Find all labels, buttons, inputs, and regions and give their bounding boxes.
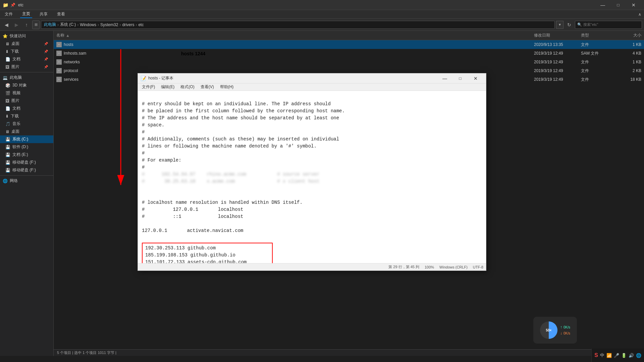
hosts-size: 1 KB	[614, 42, 641, 47]
breadcrumb-drivers[interactable]: drivers	[122, 22, 134, 27]
net-upload: 0K/s	[564, 325, 570, 329]
menu-view[interactable]: 查看(V)	[198, 83, 217, 90]
tray-wifi-icon[interactable]: 📶	[606, 353, 612, 358]
content-line14: 127.0.0.1 activate.navicat.com	[142, 228, 243, 233]
file-row-hosts[interactable]: ▪ hosts 2020/9/13 13:35 文件 1 KB	[54, 40, 644, 49]
ribbon-expand-button[interactable]: ∧	[638, 12, 641, 17]
notepad-title-icon: 📝	[141, 76, 146, 81]
ribbon-tab-view[interactable]: 查看	[55, 11, 67, 18]
net-circle: 50×	[540, 321, 557, 339]
sidebar-item-docs-e[interactable]: 💾 文档 (E:)	[0, 151, 53, 159]
sidebar-item-desktop[interactable]: 🖥 桌面 📌	[0, 40, 53, 48]
breadcrumb-sep3: ›	[98, 22, 99, 27]
this-pc-icon: 💻	[3, 75, 8, 80]
sidebar-item-downloads[interactable]: ⬇ 下载 📌	[0, 48, 53, 55]
tray-mic-icon[interactable]: 🎤	[614, 353, 619, 358]
sidebar-item-downloads2[interactable]: ⬇ 下载	[0, 112, 53, 120]
sidebar-item-pictures2[interactable]: 🖼 图片	[0, 97, 53, 105]
breadcrumb-sep1: ›	[57, 22, 59, 27]
breadcrumb-this-pc[interactable]: 此电脑	[44, 22, 56, 27]
menu-format[interactable]: 格式(O)	[178, 83, 197, 90]
music-icon: 🎵	[5, 122, 10, 126]
notepad-close-button[interactable]: ✕	[468, 74, 483, 83]
sidebar-item-videos[interactable]: 🎬 视频	[0, 89, 53, 97]
sidebar-item-music[interactable]: 🎵 音乐	[0, 120, 53, 128]
file-row-lmhosts[interactable]: ▪ lmhosts.sam 2019/3/19 12:49 SAM 文件 4 K…	[54, 49, 644, 58]
nav-up-button[interactable]: ↑	[22, 20, 31, 29]
pictures-icon: 🖼	[5, 65, 9, 69]
ribbon-tab-share[interactable]: 共享	[38, 11, 50, 18]
sidebar-item-pictures[interactable]: 🖼 图片 📌	[0, 63, 53, 71]
tray-network-icon[interactable]: 🌐	[636, 353, 641, 358]
notepad-content[interactable]: # entry should be kept on an individual …	[138, 91, 486, 263]
nav-forward-button[interactable]: ▶	[12, 20, 21, 29]
recent-locations-button[interactable]: ⊞	[32, 20, 40, 29]
ribbon: 文件 主页 共享 查看 ∧	[0, 10, 644, 19]
desktop-label: 桌面	[11, 41, 19, 47]
up-arrow-icon: ↑	[560, 325, 562, 329]
breadcrumb-system-c[interactable]: 系统 (C:)	[60, 22, 76, 27]
refresh-button[interactable]: ↻	[565, 20, 574, 29]
col-header-size[interactable]: 大小	[614, 33, 641, 38]
docs-e-icon: 💾	[5, 153, 10, 157]
tray-ime-icon[interactable]: 中	[600, 352, 604, 358]
sidebar-item-this-pc[interactable]: 💻 此电脑	[0, 74, 53, 81]
sidebar-item-removable-f2[interactable]: 💾 移动硬盘 (F:)	[0, 166, 53, 174]
documents2-icon: 📄	[5, 106, 10, 111]
sidebar-item-documents2[interactable]: 📄 文档	[0, 105, 53, 112]
search-placeholder: 搜索"etc"	[583, 22, 598, 27]
notepad-window: 📝 hosts - 记事本 — □ ✕ 文件(F) 编辑(E) 格式(O) 查看…	[138, 73, 486, 271]
explorer-title-bar: 📁 📌 etc — □ ✕	[0, 0, 644, 10]
quick-access-label: 快速访问	[10, 33, 26, 39]
sidebar-item-desktop2[interactable]: 🖥 桌面	[0, 128, 53, 135]
nav-back-button[interactable]: ◀	[2, 20, 11, 29]
status-encoding: UTF-8	[473, 265, 483, 269]
notepad-status-bar: 第 29 行，第 45 列 100% Windows (CRLF) UTF-8	[138, 263, 486, 270]
file-row-networks[interactable]: ▪ networks 2019/3/19 12:49 文件 1 KB	[54, 58, 644, 66]
sidebar-item-software-d[interactable]: 💾 软件 (D:)	[0, 143, 53, 151]
file-list-header: 名称▲ 修改日期 类型 大小	[54, 31, 644, 40]
tray-speaker-icon[interactable]: 🔊	[629, 353, 634, 358]
networks-size: 1 KB	[614, 60, 641, 64]
breadcrumb-sep2: ›	[77, 22, 78, 27]
net-stats: ↑ 0K/s ↓ 0K/s	[560, 325, 570, 336]
tray-battery-icon[interactable]: 🔋	[621, 353, 627, 358]
menu-help[interactable]: 帮助(H)	[217, 83, 236, 90]
sidebar-item-removable-f1[interactable]: 💾 移动硬盘 (F:)	[0, 159, 53, 166]
notepad-minimize-button[interactable]: —	[437, 74, 452, 83]
content-line4: # space.	[142, 122, 164, 128]
breadcrumb[interactable]: 此电脑 › 系统 (C:) › Windows › System32 › dri…	[41, 21, 555, 29]
minimize-button[interactable]: —	[595, 0, 610, 10]
sidebar-item-documents[interactable]: 📄 文档 📌	[0, 55, 53, 63]
maximize-button[interactable]: □	[610, 0, 626, 10]
documents-label: 文档	[12, 56, 20, 62]
close-button[interactable]: ✕	[626, 0, 641, 10]
sidebar-item-3d[interactable]: 🎲 3D 对象	[0, 81, 53, 89]
breadcrumb-system32[interactable]: System32	[100, 22, 118, 27]
ribbon-tab-file[interactable]: 文件	[3, 11, 15, 18]
content-line8: #	[142, 150, 145, 156]
address-dropdown-button[interactable]: ▼	[556, 21, 564, 29]
hosts-date: 2020/9/13 13:35	[534, 42, 581, 47]
menu-file[interactable]: 文件(F)	[139, 83, 158, 90]
pin-icon4: 📌	[44, 65, 48, 69]
sidebar-item-network[interactable]: 🌐 网络	[0, 177, 53, 185]
tray-s-icon[interactable]: S	[594, 352, 598, 358]
col-header-type[interactable]: 类型	[581, 33, 614, 38]
protocol-type: 文件	[581, 68, 614, 74]
pin-icon3: 📌	[44, 57, 48, 61]
ribbon-tab-home[interactable]: 主页	[20, 10, 32, 18]
lmhosts-filename: lmhosts.sam	[64, 51, 86, 56]
breadcrumb-etc[interactable]: etc	[138, 22, 144, 27]
highlight-box: 192.30.253.113 github.com 185.199.108.15…	[142, 243, 273, 263]
notepad-maximize-button[interactable]: □	[452, 74, 468, 83]
explorer-title-icon: 📁	[3, 2, 8, 8]
sidebar: ⭐ 快速访问 🖥 桌面 📌 ⬇ 下载 📌 📄 文档 📌 🖼 图片 📌 💻 此电脑	[0, 31, 54, 356]
col-header-date[interactable]: 修改日期	[534, 33, 581, 38]
search-bar[interactable]: 🔍 搜索"etc"	[575, 21, 642, 29]
sidebar-item-quick-access[interactable]: ⭐ 快速访问	[0, 32, 53, 40]
breadcrumb-windows[interactable]: Windows	[80, 22, 96, 27]
col-header-name[interactable]: 名称▲	[56, 33, 534, 38]
sidebar-item-system-c[interactable]: 💾 系统 (C:)	[0, 135, 53, 143]
menu-edit[interactable]: 编辑(E)	[158, 83, 177, 90]
